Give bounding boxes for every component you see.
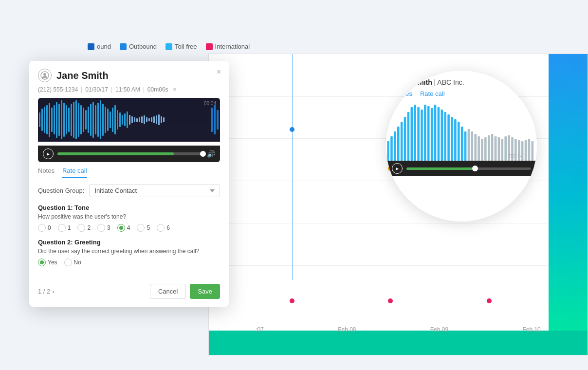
- svg-rect-60: [397, 127, 400, 161]
- tone-option-6[interactable]: 6: [157, 224, 170, 232]
- zoom-tab-rate[interactable]: Rate call: [420, 90, 445, 98]
- svg-rect-63: [407, 112, 410, 161]
- modal-header: Jane Smith ×: [29, 61, 229, 86]
- svg-rect-99: [528, 139, 531, 161]
- svg-rect-64: [411, 107, 413, 161]
- svg-rect-48: [151, 117, 152, 122]
- svg-rect-73: [441, 110, 443, 161]
- data-dot-4: [388, 298, 393, 303]
- svg-rect-69: [427, 106, 430, 161]
- chart-grid: [209, 54, 588, 335]
- pagination-next[interactable]: ›: [52, 288, 54, 295]
- svg-rect-35: [119, 112, 121, 127]
- chart-area: :07 Feb 08 Feb 09 Feb 10: [208, 54, 588, 355]
- tone-option-4[interactable]: 4: [117, 224, 130, 232]
- tone-option-2[interactable]: 2: [77, 224, 91, 232]
- legend-international: International: [206, 43, 250, 50]
- progress-fill: [57, 152, 174, 155]
- svg-rect-84: [478, 136, 480, 161]
- svg-rect-91: [501, 139, 504, 161]
- tab-notes[interactable]: Notes: [38, 167, 55, 178]
- cancel-button[interactable]: Cancel: [150, 284, 186, 299]
- svg-rect-44: [141, 116, 143, 123]
- tone-option-3[interactable]: 3: [97, 224, 110, 232]
- meta-icon: ≡: [173, 86, 177, 93]
- svg-rect-70: [431, 108, 433, 161]
- volume-icon[interactable]: 🔊: [207, 150, 215, 158]
- greeting-no[interactable]: No: [64, 259, 81, 266]
- tone-option-5[interactable]: 5: [137, 224, 150, 232]
- svg-rect-74: [444, 112, 446, 161]
- waveform-svg: [38, 98, 220, 142]
- question-group-select[interactable]: Initiate Contact: [89, 184, 220, 197]
- zoom-progress-fill: [406, 167, 475, 170]
- question-1-block: Question 1: Tone How positive was the us…: [38, 204, 220, 232]
- svg-rect-82: [471, 131, 474, 161]
- legend-inbound: ound: [88, 43, 111, 50]
- x-label-1: :07: [256, 326, 264, 333]
- question-2-block: Question 2: Greeting Did the user say th…: [38, 239, 220, 266]
- svg-rect-2: [39, 112, 40, 127]
- svg-rect-18: [78, 103, 79, 137]
- data-dot-1: [290, 127, 294, 132]
- question-group-row: Question Group: Initiate Contact: [38, 184, 220, 197]
- svg-rect-67: [421, 110, 423, 161]
- question-1-title: Question 1: Tone: [38, 204, 220, 211]
- svg-rect-26: [97, 103, 99, 137]
- svg-rect-22: [88, 107, 89, 133]
- svg-rect-58: [390, 136, 393, 161]
- svg-rect-66: [417, 107, 420, 161]
- svg-rect-23: [90, 104, 92, 136]
- svg-rect-34: [117, 110, 118, 130]
- svg-rect-54: [211, 108, 213, 132]
- svg-rect-61: [401, 122, 403, 161]
- svg-rect-32: [112, 108, 113, 132]
- svg-rect-68: [424, 105, 426, 161]
- greeting-group: Yes No: [38, 259, 220, 266]
- svg-rect-85: [481, 139, 483, 161]
- svg-rect-11: [61, 100, 62, 139]
- meta-date: 01/30/17: [85, 86, 108, 93]
- play-button[interactable]: ▶: [43, 148, 54, 159]
- progress-track[interactable]: [57, 152, 203, 155]
- greeting-yes[interactable]: Yes: [38, 259, 57, 266]
- zoom-play-button[interactable]: ▶: [392, 163, 403, 174]
- svg-rect-5: [46, 105, 48, 134]
- svg-rect-28: [102, 104, 104, 136]
- progress-thumb: [200, 151, 206, 157]
- svg-rect-75: [447, 114, 450, 161]
- svg-rect-79: [461, 127, 463, 161]
- modal-footer: 1 / 2 › Cancel Save: [29, 279, 229, 307]
- close-button[interactable]: ×: [217, 68, 221, 76]
- svg-rect-89: [495, 136, 497, 161]
- modal-title: Jane Smith: [56, 70, 109, 81]
- svg-rect-47: [148, 118, 150, 121]
- svg-rect-76: [451, 117, 453, 161]
- avatar: [38, 69, 52, 82]
- meta-time: 11:50 AM: [115, 86, 140, 93]
- question-2-subtitle: Did the user say the correct greeting wh…: [38, 248, 220, 255]
- svg-rect-78: [458, 122, 460, 161]
- tone-option-0[interactable]: 0: [38, 224, 51, 232]
- legend-tollfree-label: Toll free: [175, 43, 197, 50]
- data-dot-6: [487, 298, 492, 303]
- svg-point-1: [43, 73, 46, 76]
- svg-rect-43: [139, 117, 140, 122]
- svg-rect-72: [438, 107, 440, 161]
- zoom-tabs: Notes Rate call: [396, 90, 527, 98]
- svg-rect-3: [41, 109, 43, 131]
- save-button[interactable]: Save: [190, 284, 220, 299]
- tab-rate-call[interactable]: Rate call: [62, 167, 87, 178]
- tone-option-1[interactable]: 1: [58, 224, 71, 232]
- svg-rect-92: [504, 136, 507, 161]
- grid-line: [209, 265, 588, 266]
- svg-rect-4: [44, 107, 45, 133]
- legend-tollfree: Toll free: [165, 43, 197, 50]
- zoom-progress-track[interactable]: [406, 167, 531, 170]
- pagination-text: 1 / 2: [38, 288, 50, 295]
- question-group-label: Question Group:: [38, 187, 84, 194]
- svg-rect-80: [464, 131, 467, 161]
- modal-content: Question Group: Initiate Contact Questio…: [29, 178, 229, 279]
- svg-rect-88: [491, 134, 494, 161]
- svg-rect-33: [114, 105, 116, 134]
